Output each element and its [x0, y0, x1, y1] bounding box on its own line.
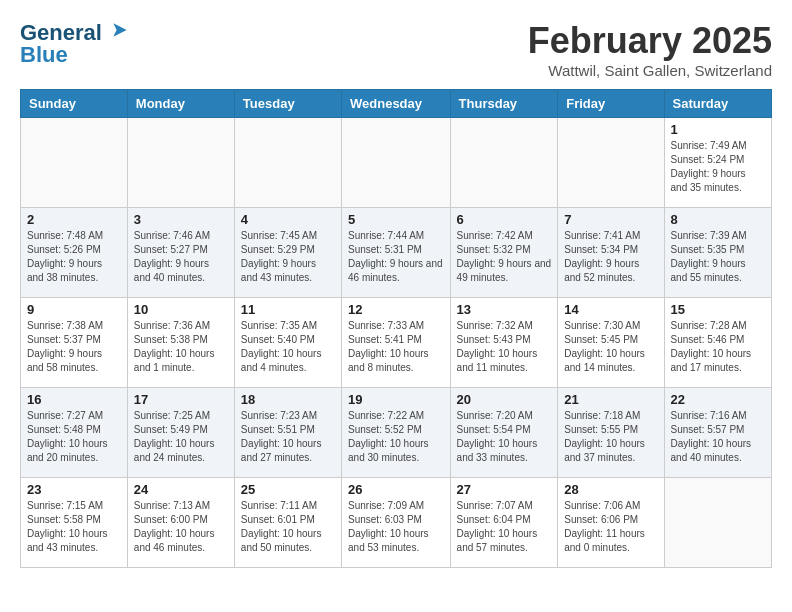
day-info: Sunrise: 7:42 AM Sunset: 5:32 PM Dayligh… — [457, 229, 552, 285]
calendar-day-cell: 26Sunrise: 7:09 AM Sunset: 6:03 PM Dayli… — [342, 478, 451, 568]
calendar-day-cell: 8Sunrise: 7:39 AM Sunset: 5:35 PM Daylig… — [664, 208, 771, 298]
calendar-week-row: 1Sunrise: 7:49 AM Sunset: 5:24 PM Daylig… — [21, 118, 772, 208]
day-number: 21 — [564, 392, 657, 407]
calendar-week-row: 9Sunrise: 7:38 AM Sunset: 5:37 PM Daylig… — [21, 298, 772, 388]
calendar-subtitle: Wattwil, Saint Gallen, Switzerland — [528, 62, 772, 79]
day-info: Sunrise: 7:09 AM Sunset: 6:03 PM Dayligh… — [348, 499, 444, 555]
calendar-day-cell: 19Sunrise: 7:22 AM Sunset: 5:52 PM Dayli… — [342, 388, 451, 478]
day-info: Sunrise: 7:15 AM Sunset: 5:58 PM Dayligh… — [27, 499, 121, 555]
calendar-day-cell: 21Sunrise: 7:18 AM Sunset: 5:55 PM Dayli… — [558, 388, 664, 478]
calendar-day-cell: 3Sunrise: 7:46 AM Sunset: 5:27 PM Daylig… — [127, 208, 234, 298]
day-info: Sunrise: 7:45 AM Sunset: 5:29 PM Dayligh… — [241, 229, 335, 285]
day-info: Sunrise: 7:06 AM Sunset: 6:06 PM Dayligh… — [564, 499, 657, 555]
calendar-day-cell: 6Sunrise: 7:42 AM Sunset: 5:32 PM Daylig… — [450, 208, 558, 298]
day-info: Sunrise: 7:28 AM Sunset: 5:46 PM Dayligh… — [671, 319, 765, 375]
day-number: 18 — [241, 392, 335, 407]
day-number: 5 — [348, 212, 444, 227]
calendar-day-cell: 23Sunrise: 7:15 AM Sunset: 5:58 PM Dayli… — [21, 478, 128, 568]
day-info: Sunrise: 7:44 AM Sunset: 5:31 PM Dayligh… — [348, 229, 444, 285]
day-number: 25 — [241, 482, 335, 497]
day-number: 4 — [241, 212, 335, 227]
day-number: 23 — [27, 482, 121, 497]
day-info: Sunrise: 7:46 AM Sunset: 5:27 PM Dayligh… — [134, 229, 228, 285]
weekday-header: Sunday — [21, 90, 128, 118]
calendar-day-cell: 10Sunrise: 7:36 AM Sunset: 5:38 PM Dayli… — [127, 298, 234, 388]
day-number: 8 — [671, 212, 765, 227]
logo: General Blue — [20, 20, 130, 68]
day-number: 11 — [241, 302, 335, 317]
day-info: Sunrise: 7:36 AM Sunset: 5:38 PM Dayligh… — [134, 319, 228, 375]
day-info: Sunrise: 7:07 AM Sunset: 6:04 PM Dayligh… — [457, 499, 552, 555]
day-info: Sunrise: 7:39 AM Sunset: 5:35 PM Dayligh… — [671, 229, 765, 285]
calendar-day-cell: 14Sunrise: 7:30 AM Sunset: 5:45 PM Dayli… — [558, 298, 664, 388]
day-info: Sunrise: 7:23 AM Sunset: 5:51 PM Dayligh… — [241, 409, 335, 465]
page-header: General Blue February 2025 Wattwil, Sain… — [20, 20, 772, 79]
day-number: 1 — [671, 122, 765, 137]
calendar-day-cell — [558, 118, 664, 208]
calendar-day-cell: 17Sunrise: 7:25 AM Sunset: 5:49 PM Dayli… — [127, 388, 234, 478]
calendar-day-cell: 20Sunrise: 7:20 AM Sunset: 5:54 PM Dayli… — [450, 388, 558, 478]
calendar-day-cell: 27Sunrise: 7:07 AM Sunset: 6:04 PM Dayli… — [450, 478, 558, 568]
logo-blue: Blue — [20, 42, 68, 68]
day-number: 16 — [27, 392, 121, 407]
calendar-day-cell: 5Sunrise: 7:44 AM Sunset: 5:31 PM Daylig… — [342, 208, 451, 298]
calendar-day-cell — [664, 478, 771, 568]
day-info: Sunrise: 7:11 AM Sunset: 6:01 PM Dayligh… — [241, 499, 335, 555]
day-number: 9 — [27, 302, 121, 317]
weekday-header: Tuesday — [234, 90, 341, 118]
calendar-day-cell: 25Sunrise: 7:11 AM Sunset: 6:01 PM Dayli… — [234, 478, 341, 568]
day-info: Sunrise: 7:30 AM Sunset: 5:45 PM Dayligh… — [564, 319, 657, 375]
day-info: Sunrise: 7:41 AM Sunset: 5:34 PM Dayligh… — [564, 229, 657, 285]
calendar-day-cell — [21, 118, 128, 208]
svg-marker-0 — [113, 23, 126, 36]
calendar-day-cell: 7Sunrise: 7:41 AM Sunset: 5:34 PM Daylig… — [558, 208, 664, 298]
day-info: Sunrise: 7:49 AM Sunset: 5:24 PM Dayligh… — [671, 139, 765, 195]
calendar-day-cell: 4Sunrise: 7:45 AM Sunset: 5:29 PM Daylig… — [234, 208, 341, 298]
day-info: Sunrise: 7:48 AM Sunset: 5:26 PM Dayligh… — [27, 229, 121, 285]
day-number: 6 — [457, 212, 552, 227]
calendar-day-cell: 12Sunrise: 7:33 AM Sunset: 5:41 PM Dayli… — [342, 298, 451, 388]
day-info: Sunrise: 7:33 AM Sunset: 5:41 PM Dayligh… — [348, 319, 444, 375]
calendar-day-cell: 15Sunrise: 7:28 AM Sunset: 5:46 PM Dayli… — [664, 298, 771, 388]
day-number: 13 — [457, 302, 552, 317]
day-number: 28 — [564, 482, 657, 497]
calendar-week-row: 2Sunrise: 7:48 AM Sunset: 5:26 PM Daylig… — [21, 208, 772, 298]
weekday-header: Friday — [558, 90, 664, 118]
calendar-day-cell: 1Sunrise: 7:49 AM Sunset: 5:24 PM Daylig… — [664, 118, 771, 208]
day-info: Sunrise: 7:27 AM Sunset: 5:48 PM Dayligh… — [27, 409, 121, 465]
day-info: Sunrise: 7:13 AM Sunset: 6:00 PM Dayligh… — [134, 499, 228, 555]
calendar-day-cell — [450, 118, 558, 208]
day-number: 19 — [348, 392, 444, 407]
day-number: 7 — [564, 212, 657, 227]
calendar-table: SundayMondayTuesdayWednesdayThursdayFrid… — [20, 89, 772, 568]
day-info: Sunrise: 7:16 AM Sunset: 5:57 PM Dayligh… — [671, 409, 765, 465]
day-number: 24 — [134, 482, 228, 497]
day-number: 15 — [671, 302, 765, 317]
day-number: 2 — [27, 212, 121, 227]
weekday-header-row: SundayMondayTuesdayWednesdayThursdayFrid… — [21, 90, 772, 118]
day-info: Sunrise: 7:20 AM Sunset: 5:54 PM Dayligh… — [457, 409, 552, 465]
day-number: 17 — [134, 392, 228, 407]
day-info: Sunrise: 7:32 AM Sunset: 5:43 PM Dayligh… — [457, 319, 552, 375]
calendar-day-cell — [234, 118, 341, 208]
calendar-day-cell: 28Sunrise: 7:06 AM Sunset: 6:06 PM Dayli… — [558, 478, 664, 568]
day-info: Sunrise: 7:18 AM Sunset: 5:55 PM Dayligh… — [564, 409, 657, 465]
calendar-week-row: 23Sunrise: 7:15 AM Sunset: 5:58 PM Dayli… — [21, 478, 772, 568]
calendar-day-cell: 2Sunrise: 7:48 AM Sunset: 5:26 PM Daylig… — [21, 208, 128, 298]
day-info: Sunrise: 7:38 AM Sunset: 5:37 PM Dayligh… — [27, 319, 121, 375]
day-number: 10 — [134, 302, 228, 317]
weekday-header: Saturday — [664, 90, 771, 118]
day-number: 22 — [671, 392, 765, 407]
calendar-day-cell: 24Sunrise: 7:13 AM Sunset: 6:00 PM Dayli… — [127, 478, 234, 568]
day-number: 12 — [348, 302, 444, 317]
calendar-day-cell: 13Sunrise: 7:32 AM Sunset: 5:43 PM Dayli… — [450, 298, 558, 388]
day-number: 3 — [134, 212, 228, 227]
calendar-week-row: 16Sunrise: 7:27 AM Sunset: 5:48 PM Dayli… — [21, 388, 772, 478]
calendar-day-cell: 18Sunrise: 7:23 AM Sunset: 5:51 PM Dayli… — [234, 388, 341, 478]
day-info: Sunrise: 7:35 AM Sunset: 5:40 PM Dayligh… — [241, 319, 335, 375]
weekday-header: Thursday — [450, 90, 558, 118]
weekday-header: Monday — [127, 90, 234, 118]
calendar-day-cell: 11Sunrise: 7:35 AM Sunset: 5:40 PM Dayli… — [234, 298, 341, 388]
calendar-day-cell — [342, 118, 451, 208]
day-number: 27 — [457, 482, 552, 497]
